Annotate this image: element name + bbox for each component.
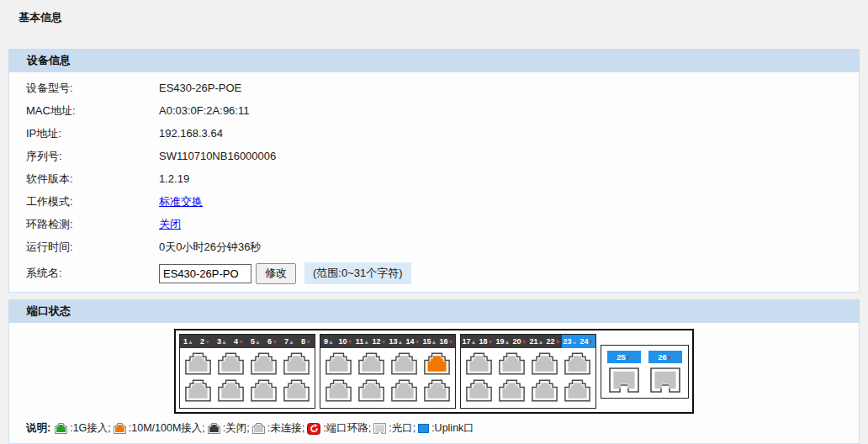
- legend-item-label: :1G接入;: [70, 421, 111, 436]
- arrow-up-icon: ▲: [471, 339, 477, 345]
- info-row: 序列号:SW110710NB16000006: [9, 145, 859, 167]
- arrow-down-icon: ▼: [667, 355, 673, 361]
- info-row-value: 标准交换: [159, 194, 203, 209]
- device-info-rows: 设备型号:ES430-26P-POEMAC地址:A0:03:0F:2A:96:1…: [9, 72, 859, 258]
- port-label-2: 2▼: [197, 335, 214, 348]
- legend-loop-icon: [307, 423, 320, 435]
- port-label-26: 26▼: [648, 351, 682, 363]
- info-row-label: 运行时间:: [26, 240, 159, 255]
- port-11-icon[interactable]: [358, 352, 384, 375]
- port-26: 26▼: [648, 351, 682, 393]
- arrow-up-icon: ▲: [572, 339, 578, 345]
- arrow-up-icon: ▲: [538, 339, 544, 345]
- arrow-down-icon: ▼: [347, 339, 353, 345]
- info-row-label: 序列号:: [26, 149, 159, 164]
- info-row-value: 关闭: [159, 217, 181, 232]
- port-label-12: 12▼: [371, 335, 388, 348]
- port-label-25: 25▼: [607, 351, 641, 363]
- port-2-icon[interactable]: [185, 379, 211, 402]
- port-15-icon[interactable]: [424, 352, 450, 375]
- info-row-label: 设备型号:: [26, 81, 159, 96]
- port-25: 25▼: [607, 351, 641, 393]
- arrow-up-icon: ▲: [505, 339, 511, 345]
- port-group-header: 1▲2▼3▲4▼5▲6▼7▲8▼: [180, 335, 315, 348]
- port-9-icon[interactable]: [326, 352, 352, 375]
- legend-item-disconnected: :未连接;: [252, 421, 304, 436]
- arrow-up-icon: ▲: [431, 339, 437, 345]
- port-group: 17▲18▼19▲20▼21▲22▼23▲24▼: [460, 334, 596, 409]
- port-10-icon[interactable]: [326, 379, 352, 402]
- port-label-9: 9▲: [320, 335, 337, 348]
- port-8-icon[interactable]: [283, 379, 310, 402]
- port-label-10: 10▼: [337, 335, 354, 348]
- info-row: MAC地址:A0:03:0F:2A:96:11: [9, 99, 859, 122]
- port-18-icon[interactable]: [466, 379, 492, 402]
- info-row: 运行时间:0天0小时26分钟36秒: [9, 235, 859, 258]
- port-22-icon[interactable]: [532, 379, 558, 402]
- modify-button[interactable]: 修改: [256, 263, 296, 284]
- port-label-14: 14▼: [405, 335, 421, 348]
- port-20-icon[interactable]: [499, 379, 525, 402]
- port-13-icon[interactable]: [391, 352, 417, 375]
- port-label-18: 18▼: [478, 335, 495, 348]
- port-25-icon[interactable]: [609, 367, 639, 393]
- port-label-8: 8▼: [298, 335, 315, 348]
- port-group-header: 17▲18▼19▲20▼21▲22▼23▲24▼: [461, 335, 595, 348]
- port-label-16: 16▼: [438, 335, 455, 348]
- arrow-up-icon: ▲: [398, 339, 404, 345]
- info-row: 环路检测:关闭: [9, 213, 859, 235]
- legend-item-uplink: :Uplink口: [418, 421, 474, 436]
- port-23-icon[interactable]: [564, 352, 590, 375]
- legend-1g-icon: [55, 423, 67, 434]
- arrow-down-icon: ▼: [204, 339, 210, 345]
- info-value-link[interactable]: 关闭: [159, 218, 181, 230]
- arrow-up-icon: ▲: [363, 339, 369, 345]
- port-label-7: 7▲: [281, 335, 298, 348]
- info-row-value: ES430-26P-POE: [159, 82, 241, 94]
- port-26-icon[interactable]: [650, 367, 680, 393]
- legend-item-label: :未连接;: [267, 421, 304, 436]
- port-6-icon[interactable]: [251, 379, 277, 402]
- port-24-icon[interactable]: [564, 379, 590, 402]
- port-group: 1▲2▼3▲4▼5▲6▼7▲8▼: [179, 334, 315, 409]
- info-row-label: 工作模式:: [26, 194, 159, 209]
- port-19-icon[interactable]: [499, 352, 525, 375]
- info-row: IP地址:192.168.3.64: [9, 122, 859, 145]
- port-label-15: 15▲: [421, 335, 438, 348]
- legend-uplink-icon: [418, 424, 429, 433]
- arrow-down-icon: ▼: [555, 339, 561, 345]
- port-12-icon[interactable]: [358, 379, 384, 402]
- info-row: 软件版本:1.2.19: [9, 167, 859, 190]
- port-label-3: 3▲: [214, 335, 230, 348]
- port-label-19: 19▲: [495, 335, 511, 348]
- arrow-down-icon: ▼: [589, 339, 595, 345]
- legend-item-label: :10M/100M接入;: [129, 421, 205, 436]
- sfp-port-group: 25▼26▼: [601, 345, 689, 399]
- arrow-down-icon: ▼: [626, 355, 632, 361]
- arrow-down-icon: ▼: [521, 339, 527, 345]
- port-14-icon[interactable]: [391, 379, 417, 402]
- device-info-panel: 设备信息 设备型号:ES430-26P-POEMAC地址:A0:03:0F:2A…: [8, 49, 860, 293]
- arrow-up-icon: ▲: [255, 339, 261, 345]
- legend-off-icon: [208, 423, 220, 434]
- legend-disconnected-icon: [252, 423, 265, 434]
- port-label-1: 1▲: [180, 335, 197, 348]
- port-21-icon[interactable]: [532, 352, 558, 375]
- port-label-4: 4▼: [230, 335, 247, 348]
- port-16-icon[interactable]: [424, 379, 450, 402]
- info-row-label: 环路检测:: [26, 217, 159, 232]
- system-name-input[interactable]: [159, 264, 251, 283]
- port-label-5: 5▲: [247, 335, 264, 348]
- system-name-label: 系统名:: [26, 266, 159, 281]
- info-value-link[interactable]: 标准交换: [159, 195, 203, 208]
- arrow-up-icon: ▲: [328, 339, 334, 345]
- port-7-icon[interactable]: [283, 352, 310, 375]
- port-5-icon[interactable]: [251, 352, 277, 375]
- port-grid: [180, 348, 315, 408]
- legend-item-1g: :1G接入;: [55, 421, 111, 436]
- port-1-icon[interactable]: [185, 352, 211, 375]
- port-3-icon[interactable]: [218, 352, 244, 375]
- info-row: 工作模式:标准交换: [9, 190, 859, 213]
- port-4-icon[interactable]: [218, 379, 244, 402]
- port-17-icon[interactable]: [466, 352, 492, 375]
